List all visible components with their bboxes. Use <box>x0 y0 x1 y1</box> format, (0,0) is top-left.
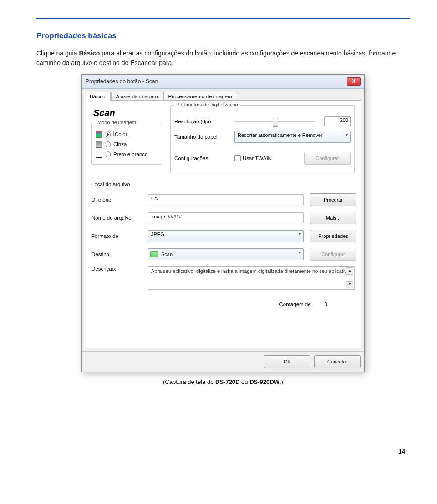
resolution-slider[interactable] <box>234 121 314 122</box>
radio-cinza-label: Cinza <box>113 141 127 147</box>
cancel-button[interactable]: Cancelar <box>314 355 361 368</box>
section-heading: Propriedades básicas <box>36 31 410 40</box>
radio-bw-row[interactable]: Preto e branco <box>96 151 158 158</box>
filename-input[interactable]: Image_##### <box>148 212 304 223</box>
dialog-footer: OK Cancelar <box>82 351 364 372</box>
tab-ajuste-imagem[interactable]: Ajuste da imagem <box>111 92 163 101</box>
format-properties-button[interactable]: Propriedades <box>310 230 356 242</box>
twain-checkbox-wrap[interactable]: Usar TWAIN <box>234 155 299 161</box>
gray-mode-icon <box>96 141 102 148</box>
bw-mode-icon <box>96 151 102 158</box>
radio-color-row[interactable]: Color <box>96 131 158 138</box>
more-button[interactable]: Mais... <box>310 212 356 224</box>
body-bold: Básico <box>79 50 100 57</box>
page-rule <box>36 18 410 19</box>
caption-model1: DS-720D <box>215 378 239 385</box>
caption-prefix: (Captura de tela do <box>163 378 215 385</box>
directory-label: Diretório: <box>91 197 142 202</box>
count-value: 0 <box>325 302 327 307</box>
destination-value: Scan <box>161 252 173 257</box>
dialog-title: Propriedades do botão - Scan <box>86 78 158 85</box>
twain-config-button[interactable]: Configurar <box>304 152 351 165</box>
scan-title: Scan <box>93 108 162 118</box>
image-mode-group: Modo de imagem Color Cinza <box>91 123 162 165</box>
file-location-heading: Local do arquivo <box>91 181 355 187</box>
tab-processamento-imagem[interactable]: Processamento de imagem <box>163 92 237 101</box>
color-mode-icon <box>96 131 102 138</box>
radio-bw-label: Preto e branco <box>113 151 147 157</box>
tab-basico[interactable]: Básico <box>85 92 111 101</box>
browse-button[interactable]: Procurar <box>310 193 356 206</box>
scroll-up-button[interactable]: ▴ <box>346 267 353 275</box>
resolution-value[interactable]: 200 <box>324 116 351 126</box>
twain-checkbox[interactable] <box>234 155 241 161</box>
titlebar: Propriedades do botão - Scan X <box>82 75 364 89</box>
format-label: Formato de <box>91 233 142 239</box>
format-select[interactable]: JPEG <box>148 230 304 242</box>
ok-button[interactable]: OK <box>264 355 310 368</box>
description-textarea[interactable]: Abra seu aplicativo, digitalize e insira… <box>148 266 355 290</box>
config-label: Configurações <box>174 156 229 161</box>
destination-config-button[interactable]: Configurar <box>310 248 356 261</box>
destination-label: Destino: <box>91 252 142 257</box>
destination-select[interactable]: Scan <box>148 248 304 260</box>
radio-bw[interactable] <box>105 151 111 157</box>
description-label: Descrição: <box>91 266 142 272</box>
directory-input[interactable]: C:\ <box>148 194 304 205</box>
paper-size-label: Tamanho do papel: <box>174 134 229 140</box>
section-body: Clique na guia Básico para alterar as co… <box>36 49 410 68</box>
count-label: Contagem de <box>279 302 311 307</box>
caption-model2: DS-920DW <box>249 378 279 385</box>
radio-color[interactable] <box>105 131 111 137</box>
caption-end: .) <box>279 378 283 385</box>
screenshot-caption: (Captura de tela do DS-720D ou DS-920DW.… <box>36 378 410 385</box>
dialog-window: Propriedades do botão - Scan X Básico Aj… <box>81 74 365 372</box>
params-group: Parâmetros de digitalização Resolução (d… <box>170 105 355 173</box>
tabstrip: Básico Ajuste da imagem Processamento de… <box>82 89 364 100</box>
image-mode-legend: Modo de imagem <box>96 120 138 125</box>
filename-label: Nome do arquivo: <box>91 215 142 221</box>
scan-app-icon <box>150 251 158 257</box>
page-number: 14 <box>399 448 405 455</box>
caption-mid: ou <box>239 378 249 385</box>
slider-thumb-icon[interactable] <box>273 118 278 127</box>
tab-panel-basico: Scan Modo de imagem Color Cinza <box>85 100 361 348</box>
twain-label: Usar TWAIN <box>243 156 272 161</box>
close-button[interactable]: X <box>347 77 361 86</box>
params-legend: Parâmetros de digitalização <box>174 102 240 107</box>
radio-color-label: Color <box>113 131 128 137</box>
radio-cinza[interactable] <box>105 141 111 147</box>
scroll-down-button[interactable]: ▾ <box>346 281 353 288</box>
radio-cinza-row[interactable]: Cinza <box>96 141 158 148</box>
resolution-label: Resolução (dpi): <box>174 119 229 124</box>
body-prefix: Clique na guia <box>36 50 79 57</box>
paper-size-select[interactable]: Recortar automaticamente e Remover <box>234 131 351 143</box>
description-text: Abra seu aplicativo, digitalize e insira… <box>151 268 351 274</box>
